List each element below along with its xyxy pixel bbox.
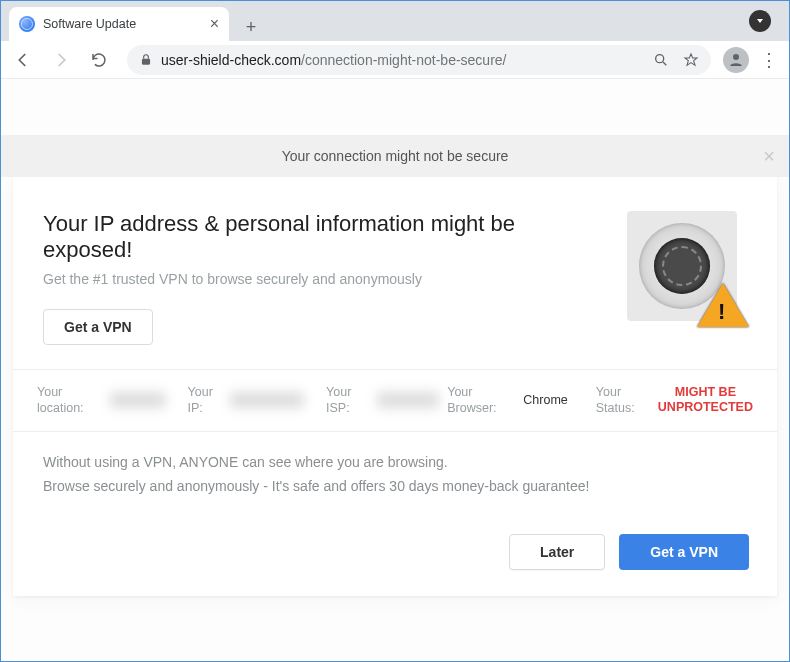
location-label: Your location: [37, 384, 100, 417]
browser-col: Your Browser: Chrome [447, 384, 568, 417]
security-banner: Your connection might not be secure × [1, 135, 789, 177]
card-footer: Later Get a VPN [13, 512, 777, 596]
browser-label: Your Browser: [447, 384, 513, 417]
vpn-card: Your IP address & personal information m… [13, 177, 777, 596]
warning-triangle-icon [697, 283, 749, 327]
status-value: MIGHT BEUNPROTECTED [658, 385, 753, 416]
isp-label: Your ISP: [326, 384, 367, 417]
address-bar[interactable]: user-shield-check.com/connection-might-n… [127, 45, 711, 75]
svg-point-6 [656, 54, 664, 62]
page-viewport: Your connection might not be secure × Yo… [1, 79, 789, 661]
gear-warning-icon [627, 211, 747, 321]
hero-text: Your IP address & personal information m… [43, 211, 607, 345]
globe-icon [19, 16, 35, 32]
location-value [110, 392, 166, 408]
location-col: Your location: [37, 384, 166, 417]
close-banner-icon[interactable]: × [763, 145, 775, 168]
isp-value [377, 392, 439, 408]
bookmark-star-icon[interactable] [683, 52, 699, 68]
ip-col: Your IP: [188, 384, 304, 417]
browser-window: Software Update × + user-shield-check.co… [0, 0, 790, 662]
tab-search-button[interactable] [749, 10, 771, 32]
browser-value: Chrome [523, 393, 567, 407]
new-tab-button[interactable]: + [237, 13, 265, 41]
svg-rect-5 [142, 58, 150, 64]
search-icon[interactable] [653, 52, 669, 68]
browser-tab[interactable]: Software Update × [9, 7, 229, 41]
tab-strip: Software Update × + [1, 1, 789, 41]
forward-button[interactable] [45, 44, 77, 76]
url-path: /connection-might-not-be-secure/ [301, 52, 506, 68]
menu-button[interactable]: ⋮ [755, 49, 783, 71]
browser-toolbar: user-shield-check.com/connection-might-n… [1, 41, 789, 79]
close-tab-icon[interactable]: × [210, 15, 219, 33]
tab-title: Software Update [43, 17, 136, 31]
lower-line-1: Without using a VPN, ANYONE can see wher… [43, 454, 747, 470]
url-domain: user-shield-check.com [161, 52, 301, 68]
status-col: Your Status: MIGHT BEUNPROTECTED [596, 384, 753, 417]
ip-value [230, 392, 304, 408]
back-button[interactable] [7, 44, 39, 76]
ip-label: Your IP: [188, 384, 220, 417]
hero-heading: Your IP address & personal information m… [43, 211, 607, 263]
banner-text: Your connection might not be secure [282, 148, 509, 164]
later-button[interactable]: Later [509, 534, 605, 570]
get-vpn-primary-button[interactable]: Get a VPN [619, 534, 749, 570]
url-text: user-shield-check.com/connection-might-n… [161, 52, 507, 68]
svg-marker-4 [757, 19, 763, 23]
isp-col: Your ISP: [326, 384, 439, 417]
get-vpn-outline-button[interactable]: Get a VPN [43, 309, 153, 345]
svg-line-7 [663, 62, 666, 65]
lower-text: Without using a VPN, ANYONE can see wher… [13, 432, 777, 512]
svg-point-8 [733, 54, 739, 60]
hero-subheading: Get the #1 trusted VPN to browse securel… [43, 271, 607, 287]
status-label: Your Status: [596, 384, 648, 417]
profile-avatar[interactable] [723, 47, 749, 73]
hero-section: Your IP address & personal information m… [13, 177, 777, 369]
info-bar: Your location: Your IP: Your ISP: Your B… [13, 369, 777, 432]
reload-button[interactable] [83, 44, 115, 76]
lower-line-2: Browse securely and anonymously - It's s… [43, 478, 747, 494]
lock-icon [139, 53, 153, 67]
